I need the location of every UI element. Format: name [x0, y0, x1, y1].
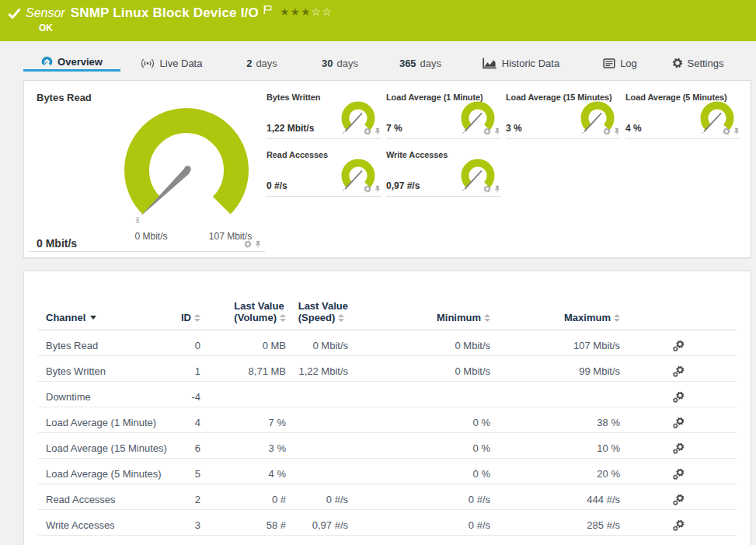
small-gauges: Bytes Written 1,22 Mbit/s Load Average (…	[267, 85, 740, 197]
channel-settings-icon[interactable]	[672, 494, 685, 506]
tab-365-days[interactable]: 365 days	[392, 52, 449, 72]
col-last-value-volume[interactable]: Last Value(Volume)	[203, 271, 288, 330]
col-id[interactable]: ID	[179, 271, 203, 330]
table-row[interactable]: Load Average (1 Minute)47 %0 %38 %	[38, 407, 737, 432]
channel-value: 0 Mbit/s	[288, 330, 350, 355]
tab-number: 365	[399, 58, 416, 69]
empty-cell	[506, 142, 621, 197]
gauge-title: Write Accesses	[386, 150, 448, 159]
table-row[interactable]: Bytes Read00 MB0 Mbit/s0 Mbit/s107 Mbit/…	[38, 330, 737, 355]
channel-settings-icon[interactable]	[672, 519, 685, 532]
channel-settings-icon[interactable]	[672, 340, 685, 352]
channel-settings-icon[interactable]	[672, 365, 685, 378]
tab-label: Live Data	[160, 58, 203, 69]
channel-value: 38 %	[493, 407, 622, 432]
pin-icon[interactable]	[613, 128, 621, 135]
table-row[interactable]: Read Accesses20 #0 #/s0 #/s444 #/s	[38, 484, 737, 509]
table-row[interactable]: Load Average (15 Minutes)63 %0 %10 %	[38, 432, 737, 458]
gauge-value: 1,22 Mbit/s	[267, 123, 314, 134]
col-channel[interactable]: Channel	[38, 271, 179, 330]
table-row[interactable]: Downtime-4	[38, 381, 737, 407]
sort-icon	[484, 314, 490, 322]
status-text: OK	[39, 23, 53, 33]
gauge-value: 4 %	[625, 123, 642, 134]
channel-value: 3	[179, 509, 203, 535]
gauge-settings-icon[interactable]	[723, 128, 730, 135]
pin-icon[interactable]	[374, 185, 381, 193]
tab-live-data[interactable]: Live Data	[127, 52, 215, 72]
channel-value: 99 Mbit/s	[493, 355, 622, 381]
tab-historic-data[interactable]: Historic Data	[476, 52, 566, 72]
channel-value: -4	[179, 381, 203, 407]
channels-panel: Channel ID Last Value(Volume) Last Value…	[23, 271, 751, 545]
gauge-settings-icon[interactable]	[244, 240, 252, 248]
gauge-settings-icon[interactable]	[483, 185, 491, 193]
col-maximum[interactable]: Maximum	[493, 271, 622, 330]
channel-value: 7 %	[203, 407, 288, 432]
gauge-settings-icon[interactable]	[483, 128, 491, 135]
channel-value	[350, 381, 493, 407]
pin-icon[interactable]	[374, 128, 381, 135]
pin-icon[interactable]	[493, 185, 501, 193]
tab-log[interactable]: Log	[593, 52, 647, 72]
sort-icon	[194, 314, 200, 322]
table-row[interactable]: Bytes Written18,71 MB1,22 Mbit/s0 Mbit/s…	[38, 355, 737, 381]
small-gauge-cell: Load Average (5 Minutes) 4 %	[625, 85, 740, 139]
tab-label: days	[420, 58, 441, 69]
tab-label: Overview	[57, 56, 103, 68]
small-gauge-cell: Read Accesses 0 #/s	[267, 142, 381, 197]
channel-settings-icon[interactable]	[672, 468, 685, 480]
sort-icon	[614, 314, 620, 322]
gauge-value: 0,97 #/s	[386, 180, 420, 191]
tab-30-days[interactable]: 30 days	[315, 52, 365, 72]
channel-value: 58 #	[203, 509, 288, 535]
sort-icon	[280, 314, 286, 322]
gauge-value: 3 %	[506, 123, 522, 134]
chart-icon	[483, 58, 497, 69]
channel-value: 0 #	[203, 484, 288, 509]
tab-2-days[interactable]: 2 days	[239, 52, 285, 72]
channel-name: Load Average (1 Minute)	[38, 407, 179, 432]
mean-marker: x̄	[130, 216, 145, 225]
channel-value: 5	[179, 458, 203, 484]
tab-number: 2	[246, 58, 252, 69]
channel-value: 0 Mbit/s	[350, 355, 493, 381]
table-row[interactable]: Load Average (5 Minutes)54 %0 %20 %	[38, 458, 737, 484]
stars-filled: ★★★	[280, 5, 312, 18]
gauge-settings-icon[interactable]	[364, 128, 371, 135]
gear-icon	[672, 58, 683, 68]
channel-value	[493, 381, 622, 407]
tab-overview[interactable]: Overview	[23, 52, 120, 72]
channel-value: 0 #/s	[288, 484, 350, 509]
gauge-settings-icon[interactable]	[603, 128, 611, 135]
pin-icon[interactable]	[733, 128, 740, 135]
channel-settings-icon[interactable]	[672, 417, 685, 429]
sensor-title: SNMP Linux Block Device I/O	[71, 5, 259, 21]
channel-value	[288, 432, 350, 458]
table-header-row: Channel ID Last Value(Volume) Last Value…	[38, 271, 737, 330]
gauge-settings-icon[interactable]	[364, 185, 371, 193]
channel-value: 0	[179, 330, 203, 355]
star-rating[interactable]: ★★★☆☆	[280, 5, 333, 18]
channel-value: 4 %	[203, 458, 288, 484]
log-icon	[603, 58, 615, 68]
channel-name: Bytes Read	[38, 330, 179, 355]
pin-icon[interactable]	[493, 128, 501, 135]
gauge-title: Read Accesses	[267, 150, 328, 159]
small-gauge-cell: Load Average (15 Minutes) 3 %	[506, 85, 621, 139]
col-last-value-speed[interactable]: Last Value(Speed)	[288, 271, 350, 330]
channel-value: 0 #/s	[350, 484, 493, 509]
flag-icon[interactable]	[263, 5, 272, 14]
tab-label: Log	[620, 58, 637, 69]
channel-settings-icon[interactable]	[672, 442, 685, 455]
channel-name: Bytes Written	[38, 355, 179, 381]
status-ok-icon	[8, 8, 21, 19]
channel-settings-icon[interactable]	[672, 391, 685, 404]
tab-settings[interactable]: Settings	[667, 52, 729, 72]
table-row[interactable]: Write Accesses358 #0,97 #/s0 #/s285 #/s	[38, 509, 737, 535]
pin-icon[interactable]	[254, 240, 262, 248]
gauge-title: Bytes Read	[37, 92, 92, 103]
col-minimum[interactable]: Minimum	[350, 271, 493, 330]
small-gauge-cell: Bytes Written 1,22 Mbit/s	[267, 85, 381, 139]
channel-value	[288, 381, 350, 407]
